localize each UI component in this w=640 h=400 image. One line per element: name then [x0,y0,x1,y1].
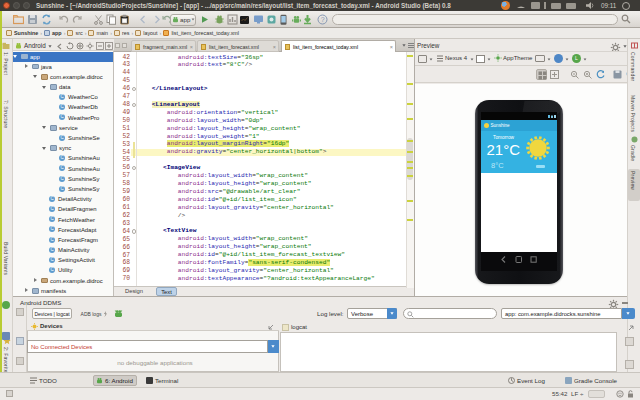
svg-text:?: ? [321,16,325,23]
